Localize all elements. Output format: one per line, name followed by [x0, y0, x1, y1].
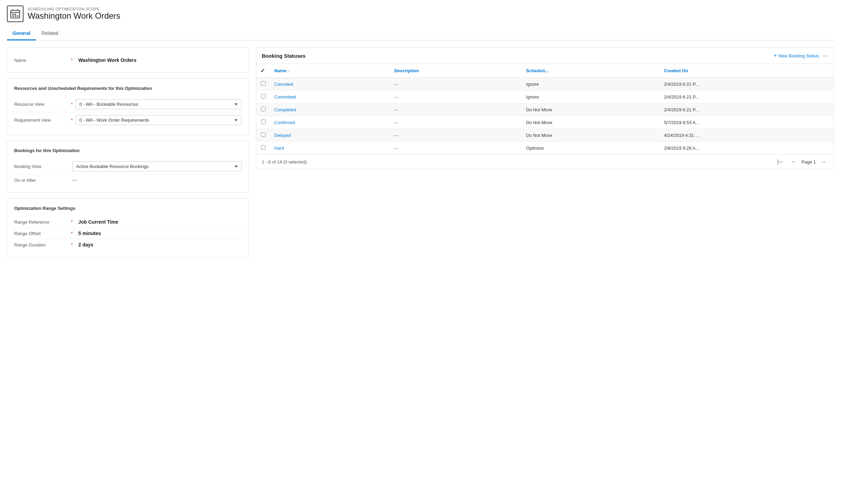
- row-name[interactable]: Hard: [270, 142, 390, 155]
- row-checkbox-cell[interactable]: [256, 78, 270, 91]
- range-duration-label: Range Duration: [14, 242, 70, 248]
- row-created-on: 4/24/2019 4:31 ...: [660, 129, 834, 142]
- row-created-on: 2/4/2019 6:21 P...: [660, 78, 834, 91]
- row-checkbox-cell[interactable]: [256, 142, 270, 155]
- booking-view-row: Booking View Active Bookable Resource Bo…: [14, 159, 242, 175]
- name-field-row: Name * Washington Work Orders: [14, 55, 242, 66]
- booking-statuses-footer: 1 - 6 of 14 (0 selected) |← ← Page 1 →: [256, 154, 834, 169]
- booking-view-select[interactable]: Active Bookable Resource Bookings: [72, 161, 242, 171]
- main-layout: Name * Washington Work Orders Resources …: [7, 47, 834, 258]
- booking-statuses-table: ✓ Name ↑ Description: [256, 64, 834, 154]
- row-created-on: 2/4/2019 6:21 P...: [660, 91, 834, 103]
- requirement-view-select[interactable]: 0 - WA - Work Order Requirements: [75, 115, 242, 125]
- booking-statuses-card: Booking Statuses + New Booking Status ··…: [256, 47, 834, 169]
- range-offset-value: 5 minutes: [78, 231, 242, 236]
- row-description: ---: [390, 142, 522, 155]
- row-scheduling: Do Not Move: [522, 129, 660, 142]
- requirement-view-row: Requirement View * 0 - WA - Work Order R…: [14, 112, 242, 128]
- svg-rect-4: [12, 14, 14, 15]
- resource-view-required: *: [71, 102, 73, 107]
- row-checkbox-cell[interactable]: [256, 91, 270, 103]
- table-row: Confirmed --- Do Not Move 5/7/2019 8:53 …: [256, 116, 834, 129]
- range-duration-row: Range Duration * 2 days: [14, 239, 242, 250]
- header-subtitle: SCHEDULING OPTIMIZATION SCOPE: [28, 7, 120, 11]
- row-created-on: 2/8/2019 9:28 A...: [660, 142, 834, 155]
- row-name[interactable]: Completed: [270, 103, 390, 116]
- select-all-header[interactable]: ✓: [256, 64, 270, 78]
- row-checkbox[interactable]: [261, 145, 266, 150]
- table-row: Completed --- Do Not Move 2/4/2019 6:21 …: [256, 103, 834, 116]
- checkmark-icon: ✓: [260, 68, 265, 74]
- name-card: Name * Washington Work Orders: [7, 47, 249, 73]
- row-checkbox-cell[interactable]: [256, 129, 270, 142]
- range-reference-required: *: [71, 219, 73, 225]
- tabs-bar: General Related: [7, 28, 834, 40]
- tab-general[interactable]: General: [7, 28, 36, 40]
- row-description: ---: [390, 78, 522, 91]
- row-checkbox[interactable]: [261, 81, 266, 86]
- booking-view-label: Booking View: [14, 164, 70, 169]
- tab-related[interactable]: Related: [36, 28, 64, 40]
- row-checkbox[interactable]: [261, 120, 266, 124]
- table-row: Delayed --- Do Not Move 4/24/2019 4:31 .…: [256, 129, 834, 142]
- row-scheduling: Ignore: [522, 78, 660, 91]
- range-offset-required: *: [71, 231, 73, 236]
- table-count: 1 - 6 of 14 (0 selected): [262, 159, 775, 165]
- description-column-header[interactable]: Description: [390, 64, 522, 78]
- svg-rect-7: [15, 16, 16, 17]
- requirement-view-required: *: [71, 118, 73, 123]
- range-reference-row: Range Reference * Job Current Time: [14, 216, 242, 228]
- booking-statuses-header: Booking Statuses + New Booking Status ··…: [256, 48, 834, 64]
- table-row: Canceled --- Ignore 2/4/2019 6:21 P...: [256, 78, 834, 91]
- right-column: Booking Statuses + New Booking Status ··…: [256, 47, 834, 258]
- svg-rect-5: [15, 14, 16, 15]
- row-scheduling: Optimize: [522, 142, 660, 155]
- page-label: Page 1: [802, 159, 816, 165]
- resources-card: Resources and Unscheduled Requirements f…: [7, 78, 249, 135]
- app-icon: [7, 6, 24, 22]
- new-booking-status-button[interactable]: + New Booking Status: [774, 53, 819, 59]
- header-meta: SCHEDULING OPTIMIZATION SCOPE Washington…: [28, 7, 120, 21]
- range-reference-value: Job Current Time: [78, 219, 242, 225]
- row-name[interactable]: Canceled: [270, 78, 390, 91]
- row-scheduling: Ignore: [522, 91, 660, 103]
- created-on-column-header[interactable]: Created On: [660, 64, 834, 78]
- range-duration-required: *: [71, 242, 73, 248]
- scheduling-column-header[interactable]: Scheduli...: [522, 64, 660, 78]
- row-name[interactable]: Committed: [270, 91, 390, 103]
- table-row: Hard --- Optimize 2/8/2019 9:28 A...: [256, 142, 834, 155]
- name-required-star: *: [71, 57, 73, 63]
- created-on-col-label: Created On: [664, 68, 688, 73]
- on-or-after-row: On or After ---: [14, 175, 242, 186]
- on-or-after-value: ---: [72, 177, 242, 183]
- row-created-on: 2/4/2019 6:21 P...: [660, 103, 834, 116]
- resources-title: Resources and Unscheduled Requirements f…: [14, 86, 242, 91]
- row-checkbox[interactable]: [261, 107, 266, 111]
- description-col-label: Description: [394, 68, 419, 73]
- new-booking-status-label: New Booking Status: [778, 53, 819, 58]
- resource-view-select[interactable]: 0 - WA - Bookable Resources: [75, 99, 242, 109]
- row-description: ---: [390, 116, 522, 129]
- row-checkbox-cell[interactable]: [256, 116, 270, 129]
- row-scheduling: Do Not Move: [522, 103, 660, 116]
- row-checkbox[interactable]: [261, 94, 266, 99]
- row-description: ---: [390, 91, 522, 103]
- prev-page-button[interactable]: ←: [789, 158, 799, 166]
- requirement-view-label: Requirement View: [14, 118, 70, 123]
- optimization-range-title: Optimization Range Settings: [14, 206, 242, 211]
- name-value: Washington Work Orders: [78, 57, 242, 63]
- row-name[interactable]: Delayed: [270, 129, 390, 142]
- next-page-button[interactable]: →: [819, 158, 828, 166]
- name-col-label: Name: [274, 68, 286, 73]
- svg-rect-6: [12, 16, 14, 17]
- range-reference-label: Range Reference: [14, 220, 70, 225]
- optimization-range-card: Optimization Range Settings Range Refere…: [7, 198, 249, 258]
- name-column-header[interactable]: Name ↑: [270, 64, 390, 78]
- row-checkbox[interactable]: [261, 132, 266, 137]
- row-name[interactable]: Confirmed: [270, 116, 390, 129]
- more-options-icon[interactable]: ···: [823, 53, 828, 59]
- table-row: Committed --- Ignore 2/4/2019 6:21 P...: [256, 91, 834, 103]
- first-page-button[interactable]: |←: [775, 158, 786, 166]
- row-checkbox-cell[interactable]: [256, 103, 270, 116]
- header-title: Washington Work Orders: [28, 11, 120, 21]
